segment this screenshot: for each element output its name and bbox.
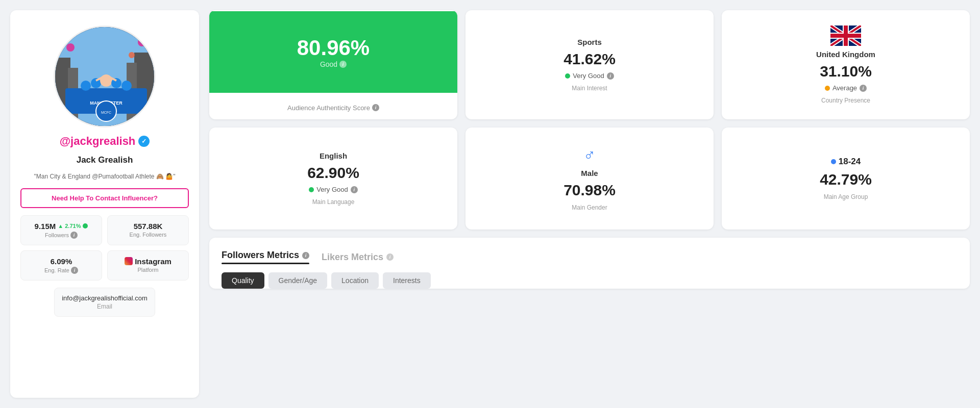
- metrics-tabs-header: Followers Metrics i Likers Metrics i: [222, 250, 958, 264]
- avatar: MANCHESTER MCFC: [54, 26, 156, 128]
- tab-likers-metrics[interactable]: Likers Metrics i: [322, 252, 394, 263]
- gender-icon: ♂: [583, 146, 596, 165]
- platform-label: Platform: [115, 267, 181, 273]
- gender-value: 70.98%: [564, 182, 616, 199]
- followers-growth: ▲ 2.71%: [58, 223, 81, 229]
- tab-underline: [222, 263, 309, 264]
- quality-dot-green: [565, 73, 570, 79]
- language-card: English 62.90% Very Good i Main Language: [209, 128, 457, 230]
- email-label: Email: [62, 303, 148, 310]
- stat-eng-followers: 557.88K Eng. Followers: [107, 215, 189, 245]
- followers-label: Followers i: [28, 232, 94, 239]
- filter-location-tab[interactable]: Location: [331, 272, 379, 289]
- eng-rate-label: Eng. Rate i: [28, 267, 94, 274]
- stat-platform: Instagram Platform: [107, 250, 189, 280]
- filter-tabs: Quality Gender/Age Location Interests: [222, 272, 958, 289]
- contact-influencer-button[interactable]: Need Help To Contact Influencer?: [20, 188, 189, 208]
- platform-value: Instagram: [115, 257, 181, 266]
- filter-quality-tab[interactable]: Quality: [222, 272, 264, 289]
- country-value: 31.10%: [820, 63, 872, 80]
- profile-panel: MANCHESTER MCFC: [10, 10, 199, 398]
- followers-tab-info-icon[interactable]: i: [302, 252, 309, 259]
- age-category: 18-24: [839, 157, 861, 167]
- svg-point-11: [121, 81, 132, 91]
- metrics-row-2: English 62.90% Very Good i Main Language…: [209, 128, 970, 230]
- stat-followers: 9.15M ▲ 2.71% Followers i: [20, 215, 102, 245]
- verified-badge: ✓: [138, 136, 150, 147]
- interest-sublabel: Main Interest: [572, 85, 607, 92]
- gender-sublabel: Main Gender: [572, 204, 607, 211]
- age-indicator: 18-24: [831, 157, 861, 167]
- country-info-icon[interactable]: i: [860, 85, 867, 92]
- language-category: English: [320, 151, 347, 160]
- interest-card: Sports 41.62% Very Good i Main Interest: [465, 10, 714, 119]
- auth-label-info-icon[interactable]: i: [372, 104, 379, 111]
- age-card: 18-24 42.79% Main Age Group: [722, 128, 970, 230]
- authenticity-card: 80.96% Good i Audience Authenticity Scor…: [209, 10, 457, 119]
- country-quality: Average i: [825, 84, 867, 92]
- authenticity-green-section: 80.96% Good i: [209, 11, 457, 93]
- instagram-icon: [125, 257, 133, 265]
- followers-metrics-section: Followers Metrics i Likers Metrics i Qua…: [209, 238, 970, 289]
- filter-gender-age-tab[interactable]: Gender/Age: [268, 272, 328, 289]
- eng-followers-label: Eng. Followers: [115, 232, 181, 238]
- uk-flag: [830, 26, 861, 46]
- bio: "Man City & England @Pumafootball Athlet…: [34, 172, 176, 181]
- auth-label-text: Audience Authenticity Score i: [287, 104, 379, 112]
- auth-label-section: Audience Authenticity Score i: [280, 97, 386, 119]
- tab-followers-metrics[interactable]: Followers Metrics i: [222, 250, 309, 264]
- age-value: 42.79%: [820, 171, 872, 188]
- svg-point-16: [66, 43, 75, 52]
- quality-dot-orange: [825, 86, 830, 91]
- growth-dot: [83, 223, 88, 228]
- interest-info-icon[interactable]: i: [607, 72, 614, 80]
- metrics-row-1: 80.96% Good i Audience Authenticity Scor…: [209, 10, 970, 119]
- interest-category: Sports: [577, 38, 602, 46]
- interest-quality: Very Good i: [565, 72, 614, 80]
- lang-quality-dot: [309, 187, 314, 192]
- gender-card: ♂ Male 70.98% Main Gender: [465, 128, 714, 230]
- email-address: info@jackgrealishofficial.com: [62, 294, 148, 302]
- country-card: United Kingdom 31.10% Average i Country …: [722, 10, 970, 119]
- country-name: United Kingdom: [816, 50, 875, 59]
- auth-score-value: 80.96%: [297, 36, 370, 60]
- info-icon[interactable]: i: [70, 232, 78, 239]
- svg-point-17: [138, 38, 146, 46]
- eng-followers-value: 557.88K: [115, 222, 181, 231]
- language-value: 62.90%: [307, 164, 359, 182]
- username: @jackgrealish ✓: [60, 135, 150, 148]
- language-info-icon[interactable]: i: [351, 186, 358, 193]
- interest-value: 41.62%: [564, 50, 616, 68]
- followers-tab-title: Followers Metrics i: [222, 250, 309, 261]
- svg-point-18: [129, 52, 135, 58]
- stats-grid: 9.15M ▲ 2.71% Followers i 557.88K Eng. F…: [20, 215, 189, 280]
- stat-eng-rate: 6.09% Eng. Rate i: [20, 250, 102, 280]
- info-icon-rate[interactable]: i: [71, 267, 78, 274]
- real-name: Jack Grealish: [77, 155, 133, 165]
- auth-quality: Good i: [320, 60, 347, 68]
- age-dot-blue: [831, 159, 836, 164]
- country-sublabel: Country Presence: [821, 97, 870, 104]
- gender-category: Male: [581, 169, 598, 177]
- language-quality: Very Good i: [309, 186, 357, 193]
- email-card: info@jackgrealishofficial.com Email: [54, 288, 155, 317]
- followers-value: 9.15M ▲ 2.71%: [28, 222, 94, 231]
- filter-interests-tab[interactable]: Interests: [383, 272, 431, 289]
- language-sublabel: Main Language: [312, 198, 355, 206]
- svg-text:MCFC: MCFC: [101, 111, 111, 114]
- age-sublabel: Main Age Group: [824, 193, 868, 200]
- right-panel: 80.96% Good i Audience Authenticity Scor…: [209, 10, 970, 398]
- auth-info-icon[interactable]: i: [339, 61, 347, 68]
- svg-point-7: [81, 81, 91, 91]
- likers-tab-info-icon[interactable]: i: [386, 253, 394, 261]
- eng-rate-value: 6.09%: [28, 257, 94, 266]
- username-text: @jackgrealish: [60, 135, 136, 148]
